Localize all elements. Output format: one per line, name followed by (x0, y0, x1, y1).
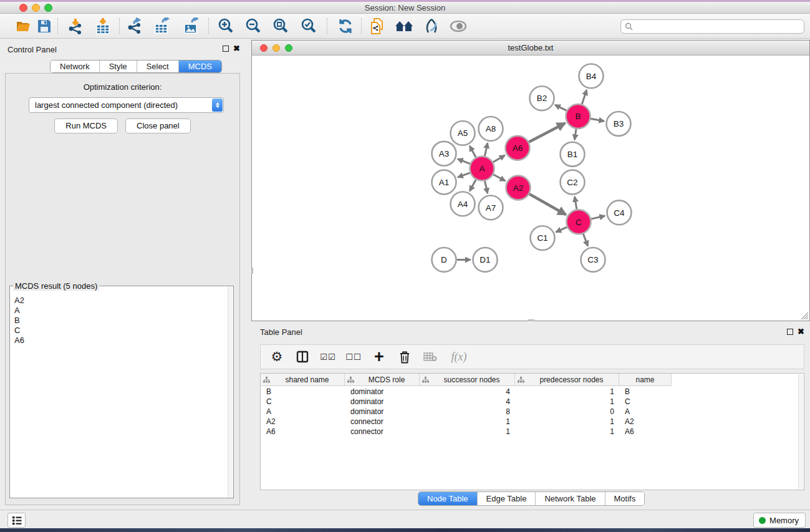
close-window-button[interactable] (19, 4, 27, 12)
deselect-all-icon[interactable]: ☐☐ (346, 349, 361, 365)
table-settings-icon[interactable]: ⚙ (269, 349, 284, 365)
zoom-fit-icon[interactable] (271, 17, 290, 36)
float-panel-icon[interactable] (787, 329, 793, 335)
column-header-MCDS-role[interactable]: MCDS role (345, 374, 420, 386)
refresh-icon[interactable] (336, 17, 355, 36)
graph-edge-C-C1[interactable] (556, 227, 567, 232)
column-chooser-icon[interactable] (295, 349, 310, 365)
graph-edge-A2-C[interactable] (529, 194, 566, 215)
tab-mcds[interactable]: MCDS (178, 60, 221, 72)
memory-button[interactable]: Memory (753, 513, 806, 528)
graph-edge-C-C3[interactable] (583, 234, 587, 246)
cell-shared_name: C (261, 397, 345, 406)
graph-edge-B-B3[interactable] (591, 118, 604, 121)
search-box[interactable] (620, 19, 804, 34)
graph-node-label: B1 (567, 150, 578, 159)
graph-edge-A-A3[interactable] (458, 159, 470, 164)
column-header-predecessor-nodes[interactable]: predecessor nodes (515, 374, 619, 386)
graph-edge-A-A4[interactable] (470, 180, 476, 191)
graph-node-label: A (479, 164, 485, 173)
table-toolbar: ⚙ ☑☑ ☐☐ + f(x) (260, 344, 804, 369)
graph-edge-A-A2[interactable] (493, 175, 505, 181)
home-icon[interactable] (395, 17, 413, 36)
mcds-result-item[interactable]: A (11, 306, 228, 316)
graph-edge-A6-B[interactable] (529, 123, 565, 142)
tab-network[interactable]: Network (51, 60, 99, 72)
run-mcds-button[interactable]: Run MCDS (54, 118, 118, 133)
graph-edge-A-A1[interactable] (458, 173, 470, 177)
mcds-result-list[interactable]: A2ABCA6 (11, 288, 228, 497)
delete-column-icon[interactable] (397, 349, 412, 365)
tab-motifs[interactable]: Motifs (605, 492, 645, 505)
add-column-icon[interactable]: + (372, 349, 387, 365)
mac-titlebar[interactable]: Session: New Session (0, 2, 810, 14)
zoom-out-icon[interactable] (244, 17, 263, 36)
graph-edge-C-C2[interactable] (575, 196, 577, 209)
birds-eye-view-icon[interactable] (449, 17, 468, 36)
tab-node-table[interactable]: Node Table (418, 492, 477, 505)
network-canvas[interactable]: AA1A2A3A4A5A6A7A8BB1B2B3B4CC1C2C3C4DD1 (252, 56, 809, 321)
column-header-successor-nodes[interactable]: successor nodes (420, 374, 515, 386)
mcds-result-item[interactable]: B (11, 316, 228, 326)
column-header-shared-name[interactable]: shared name (261, 374, 345, 386)
tab-edge-table[interactable]: Edge Table (477, 492, 536, 505)
graph-node-label: A4 (458, 200, 468, 209)
graph-edge-A-A8[interactable] (485, 143, 488, 156)
import-network-icon[interactable] (66, 17, 85, 36)
cell-predecessor: 1 (515, 387, 619, 396)
minimize-window-button[interactable] (32, 4, 40, 12)
table-scrollbar[interactable] (798, 374, 803, 489)
tab-style[interactable]: Style (99, 60, 137, 72)
save-session-icon[interactable] (35, 17, 54, 36)
export-image-icon[interactable] (182, 17, 201, 36)
graph-edge-B-B2[interactable] (555, 105, 567, 110)
graph-edge-C-C4[interactable] (591, 216, 605, 219)
cell-shared_name: A (261, 407, 345, 416)
cell-shared_name: A2 (261, 417, 345, 426)
mcds-result-item[interactable]: A6 (11, 336, 228, 346)
cell-successor: 8 (420, 407, 515, 416)
import-table-icon[interactable] (94, 17, 112, 36)
table-row[interactable]: A2connector11A2 (261, 417, 798, 427)
select-all-icon[interactable]: ☑☑ (321, 349, 335, 365)
close-panel-icon[interactable]: ✖ (233, 46, 240, 52)
close-panel-button[interactable]: Close panel (125, 118, 191, 133)
network-graph[interactable]: AA1A2A3A4A5A6A7A8BB1B2B3B4CC1C2C3C4DD1 (252, 56, 809, 321)
float-panel-icon[interactable] (223, 46, 229, 52)
ui-settings-button[interactable] (7, 513, 26, 528)
mcds-result-item[interactable]: C (11, 326, 228, 336)
table-row[interactable]: Adominator80A (261, 407, 798, 417)
level-of-detail-icon[interactable] (422, 17, 441, 36)
open-file-icon[interactable] (14, 17, 33, 36)
zoom-selected-icon[interactable] (299, 17, 318, 36)
graph-edge-B-B4[interactable] (582, 90, 586, 104)
frame-resize-corner[interactable] (801, 312, 809, 320)
table-row[interactable]: Cdominator41C (261, 397, 798, 407)
node-table[interactable]: shared nameMCDS rolesuccessor nodesprede… (260, 373, 804, 490)
close-panel-icon[interactable]: ✖ (798, 329, 804, 335)
criterion-dropdown[interactable]: largest connected component (directed) (29, 97, 224, 113)
tab-network-table[interactable]: Network Table (535, 492, 604, 505)
delete-table-icon[interactable] (423, 349, 438, 365)
graph-edge-A-A7[interactable] (485, 181, 487, 193)
graph-edge-B-B1[interactable] (574, 129, 576, 140)
mcds-list-scrollbar[interactable] (228, 287, 233, 497)
zoom-window-button[interactable] (44, 4, 52, 12)
table-tabs: Node TableEdge TableNetwork TableMotifs (418, 491, 645, 506)
column-header-name[interactable]: name (619, 374, 672, 386)
graph-edge-A-A6[interactable] (493, 155, 505, 162)
search-input[interactable] (634, 22, 804, 31)
frame-resize-grip[interactable] (251, 268, 253, 274)
export-network-icon[interactable] (125, 17, 144, 36)
zoom-in-icon[interactable] (216, 17, 235, 36)
duplicate-network-icon[interactable] (368, 17, 387, 36)
mcds-result-item[interactable]: A2 (11, 296, 228, 306)
tab-select[interactable]: Select (137, 60, 178, 72)
export-table-icon[interactable] (153, 17, 171, 36)
table-row[interactable]: A6connector11A6 (261, 427, 798, 437)
network-titlebar[interactable]: testGlobe.txt (252, 41, 809, 56)
table-row[interactable]: Bdominator41B (261, 387, 798, 397)
frame-resize-grip[interactable] (528, 319, 534, 321)
function-builder-icon[interactable]: f(x) (448, 349, 470, 365)
graph-edge-A-A5[interactable] (470, 146, 476, 157)
